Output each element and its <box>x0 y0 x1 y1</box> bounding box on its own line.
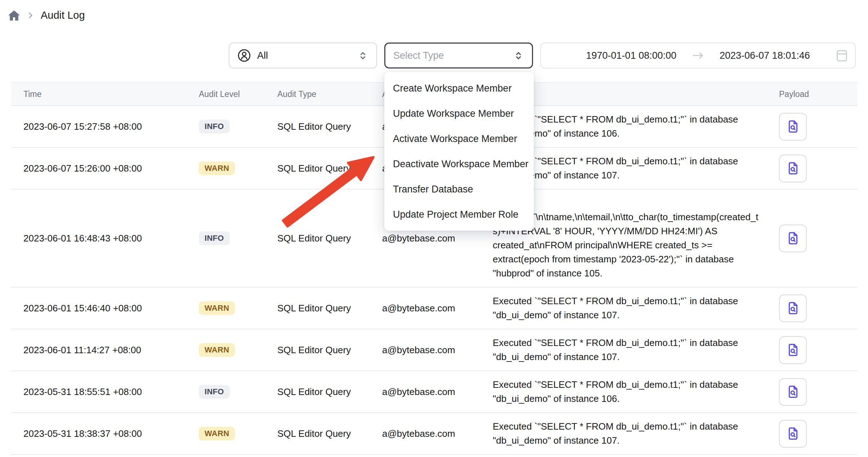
cell-comment: Executed `"SELECT * FROM db_ui_demo.t1;"… <box>493 420 766 448</box>
cell-payload <box>766 336 845 364</box>
cell-audit-type: SQL Editor Query <box>277 233 382 244</box>
cell-audit-type: SQL Editor Query <box>277 428 382 439</box>
file-search-icon <box>786 426 801 441</box>
cell-audit-type: SQL Editor Query <box>277 121 382 132</box>
cell-audit-level: INFO <box>199 231 277 245</box>
cell-time: 2023-05-31 18:38:37 +08:00 <box>23 428 199 439</box>
cell-actor: a@bytebase.com <box>382 345 493 356</box>
file-search-icon <box>786 161 801 176</box>
cell-actor: a@bytebase.com <box>382 386 493 398</box>
cell-payload <box>766 378 845 406</box>
cell-actor: a@bytebase.com <box>382 428 493 439</box>
cell-comment: Executed `"SELECT * FROM db_ui_demo.t1;"… <box>493 336 766 364</box>
cell-audit-level: WARN <box>199 301 277 315</box>
cell-time: 2023-06-01 16:48:43 +08:00 <box>23 233 199 244</box>
audit-level-badge: WARN <box>199 161 235 175</box>
table-row: 2023-06-01 11:14:27 +08:00 WARN SQL Edit… <box>11 329 857 371</box>
chevron-right-icon <box>26 11 35 19</box>
audit-level-badge: WARN <box>199 343 235 357</box>
calendar-icon <box>836 49 848 62</box>
date-range-picker[interactable]: 1970-01-01 08:00:00 2023-06-07 18:01:46 <box>540 43 856 68</box>
cell-audit-type: SQL Editor Query <box>277 345 382 356</box>
table-row: 2023-05-31 18:55:51 +08:00 INFO SQL Edit… <box>11 371 857 413</box>
payload-view-button[interactable] <box>779 155 807 182</box>
payload-view-button[interactable] <box>779 378 807 406</box>
audit-level-badge: INFO <box>199 385 230 399</box>
cell-payload <box>766 113 845 141</box>
cell-payload <box>766 420 845 448</box>
cell-actor: a@bytebase.com <box>382 303 493 314</box>
cell-audit-level: WARN <box>199 161 277 175</box>
payload-view-button[interactable] <box>779 113 807 141</box>
home-icon[interactable] <box>8 10 20 21</box>
cell-audit-level: WARN <box>199 343 277 357</box>
type-dropdown-option[interactable]: Update Workspace Member <box>384 101 534 126</box>
cell-audit-level: INFO <box>199 385 277 399</box>
audit-level-badge: WARN <box>199 427 235 440</box>
file-search-icon <box>786 342 801 358</box>
cell-audit-level: WARN <box>199 427 277 440</box>
col-header-audit-level: Audit Level <box>199 89 277 99</box>
audit-level-badge: INFO <box>199 231 230 245</box>
cell-time: 2023-05-31 18:55:51 +08:00 <box>23 386 199 398</box>
col-header-audit-type: Audit Type <box>277 89 382 99</box>
file-search-icon <box>786 301 801 316</box>
type-dropdown-option[interactable]: Transfer Database <box>384 177 534 202</box>
cell-comment: Executed `"SELECT * FROM db_ui_demo.t1;"… <box>493 294 766 322</box>
table-row: 2023-06-01 15:46:40 +08:00 WARN SQL Edit… <box>11 288 857 329</box>
cell-time: 2023-06-07 15:26:00 +08:00 <box>23 163 199 174</box>
cell-actor: a@bytebase.com <box>382 233 493 244</box>
cell-audit-type: SQL Editor Query <box>277 163 382 174</box>
payload-view-button[interactable] <box>779 294 807 322</box>
cell-payload <box>766 294 845 322</box>
payload-view-button[interactable] <box>779 420 807 448</box>
payload-view-button[interactable] <box>779 336 807 364</box>
page-title: Audit Log <box>41 9 85 21</box>
cell-payload <box>766 225 845 252</box>
audit-level-badge: INFO <box>199 120 230 133</box>
cell-audit-type: SQL Editor Query <box>277 386 382 398</box>
type-filter-placeholder: Select Type <box>393 50 444 61</box>
table-row: 2023-05-31 18:38:37 +08:00 WARN SQL Edit… <box>11 413 857 455</box>
type-filter-select[interactable]: Select Type <box>384 43 533 68</box>
actor-filter-value: All <box>257 50 268 61</box>
cell-time: 2023-06-07 15:27:58 +08:00 <box>23 121 199 132</box>
file-search-icon <box>786 231 801 246</box>
col-header-payload: Payload <box>766 89 845 99</box>
audit-level-badge: WARN <box>199 301 235 315</box>
type-dropdown-option[interactable]: Deactivate Workspace Member <box>384 151 534 177</box>
date-range-end: 2023-06-07 18:01:46 <box>720 50 810 61</box>
chevrons-up-down-icon <box>357 50 368 61</box>
person-circle-icon <box>237 49 251 62</box>
file-search-icon <box>786 119 801 134</box>
type-dropdown-option[interactable]: Update Project Member Role <box>384 202 534 227</box>
chevrons-up-down-icon <box>513 50 524 61</box>
arrow-right-icon <box>692 51 704 60</box>
cell-comment: Executed `"SELECT * FROM db_ui_demo.t1;"… <box>493 378 766 406</box>
breadcrumb: Audit Log <box>8 9 85 21</box>
file-search-icon <box>786 384 801 399</box>
date-range-start: 1970-01-01 08:00:00 <box>586 50 676 61</box>
type-dropdown-option[interactable]: Activate Workspace Member <box>384 126 534 151</box>
type-dropdown-menu: Create Workspace MemberUpdate Workspace … <box>384 72 534 231</box>
cell-time: 2023-06-01 15:46:40 +08:00 <box>23 303 199 314</box>
payload-view-button[interactable] <box>779 225 807 252</box>
filter-bar: All Select Type 1970-01-01 08:00:00 2023… <box>229 43 856 68</box>
cell-payload <box>766 155 845 182</box>
cell-time: 2023-06-01 11:14:27 +08:00 <box>23 345 199 356</box>
type-dropdown-option[interactable]: Create Workspace Member <box>384 76 534 101</box>
col-header-time: Time <box>23 89 199 99</box>
actor-filter-select[interactable]: All <box>229 43 377 68</box>
cell-audit-type: SQL Editor Query <box>277 303 382 314</box>
cell-audit-level: INFO <box>199 120 277 133</box>
